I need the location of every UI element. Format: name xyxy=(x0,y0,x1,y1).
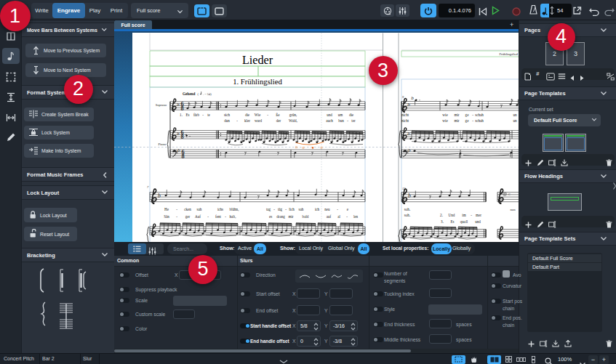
svg-text:mir: mir xyxy=(454,118,459,122)
svg-text:. = 54): . = 54) xyxy=(203,92,212,95)
svg-text:8: 8 xyxy=(180,105,183,111)
svg-text:9: 9 xyxy=(402,95,404,99)
svg-text:Wald,: Wald, xyxy=(289,118,297,122)
svg-text:un: un xyxy=(513,118,517,122)
svg-text:-: - xyxy=(225,214,226,218)
svg-text:len: len xyxy=(353,214,359,218)
svg-text:ger: ger xyxy=(185,214,191,218)
svg-text:nicht: nicht xyxy=(401,112,409,116)
svg-text:auf: auf xyxy=(327,214,332,218)
svg-text:Soprano: Soprano xyxy=(156,102,167,106)
svg-text:b: b xyxy=(407,102,410,108)
svg-text:soh.: soh. xyxy=(404,207,410,211)
svg-text:ge: ge xyxy=(465,118,470,122)
svg-text:quoll: quoll xyxy=(460,219,468,224)
svg-text:bald: bald xyxy=(303,214,309,218)
svg-text:nicht: nicht xyxy=(401,118,409,122)
svg-text:C: C xyxy=(508,193,511,196)
svg-text:-: - xyxy=(337,206,338,211)
svg-text:Es: Es xyxy=(450,219,454,224)
svg-text:wie: wie xyxy=(442,118,448,122)
svg-text:Wie: Wie xyxy=(255,112,261,116)
svg-text:-: - xyxy=(471,212,472,217)
svg-text:cken: cken xyxy=(184,206,191,211)
svg-text:-: - xyxy=(472,112,473,116)
svg-text:-: - xyxy=(347,118,348,122)
svg-text:Piano: Piano xyxy=(159,142,167,146)
svg-text:b: b xyxy=(408,147,411,153)
svg-text:-: - xyxy=(267,112,268,116)
svg-text:1. Frühlingslied: 1. Frühlingslied xyxy=(233,77,282,86)
svg-text:7: 7 xyxy=(147,185,149,189)
svg-text:im: im xyxy=(462,212,465,217)
svg-text:1.: 1. xyxy=(180,112,183,116)
svg-text:um: um xyxy=(338,112,343,116)
svg-text:-: - xyxy=(273,206,275,211)
svg-text:kler: kler xyxy=(244,118,250,122)
svg-text:ward: ward xyxy=(255,118,263,122)
svg-text:(: ( xyxy=(198,92,199,95)
svg-text:-: - xyxy=(202,112,204,116)
svg-text:Gehend: Gehend xyxy=(183,91,195,95)
svg-text:-: - xyxy=(207,214,209,218)
svg-text:sah: sah xyxy=(197,206,202,211)
svg-text:wie: wie xyxy=(442,112,448,116)
svg-text:sich: sich xyxy=(224,112,231,116)
svg-text:3.: 3. xyxy=(441,219,444,224)
svg-text:sah: sah xyxy=(299,206,304,211)
svg-text:ter: ter xyxy=(351,118,356,122)
svg-text:-: - xyxy=(472,118,473,122)
svg-text:die: die xyxy=(349,112,354,116)
svg-text:-: - xyxy=(236,118,238,122)
svg-text:schah: schah xyxy=(475,118,484,122)
svg-text:ge: ge xyxy=(465,112,470,116)
svg-text:b: b xyxy=(411,94,414,100)
svg-text:ße: ße xyxy=(276,112,281,116)
svg-text:drang: drang xyxy=(276,214,285,218)
svg-text:ichs: ichs xyxy=(217,206,223,211)
svg-text:halt,: halt, xyxy=(230,214,236,218)
svg-text:un: un xyxy=(513,112,517,116)
svg-text:-: - xyxy=(346,214,348,218)
svg-text:-: - xyxy=(285,206,287,211)
svg-text:es: es xyxy=(269,214,272,218)
svg-text:bun: bun xyxy=(338,118,344,122)
svg-text:der: der xyxy=(276,118,281,122)
svg-text:grün,: grün, xyxy=(289,112,297,116)
svg-text:blühn,: blühn, xyxy=(230,206,239,211)
svg-text:Lieder: Lieder xyxy=(242,54,273,67)
svg-text:Es: Es xyxy=(185,112,189,116)
svg-text:He: He xyxy=(164,206,169,211)
svg-text:dun: dun xyxy=(224,118,230,122)
svg-text:8: 8 xyxy=(180,134,183,140)
svg-text:-: - xyxy=(176,206,177,211)
svg-text:b: b xyxy=(407,130,410,135)
svg-text:lich: lich xyxy=(289,206,295,211)
svg-text:b: b xyxy=(177,147,180,153)
svg-text:schah: schah xyxy=(475,112,484,116)
svg-text:te: te xyxy=(207,112,210,116)
svg-text:mir: mir xyxy=(288,214,293,218)
svg-text:tag: tag xyxy=(266,206,271,211)
svg-text:Frühlingslied: Frühlingslied xyxy=(499,52,518,55)
svg-text:b: b xyxy=(408,192,411,198)
svg-text:2.: 2. xyxy=(440,212,443,217)
svg-text:8: 8 xyxy=(181,153,184,159)
svg-text:ich: ich xyxy=(315,206,320,211)
svg-text:nun: nun xyxy=(510,208,516,211)
svg-text:mir: mir xyxy=(454,112,459,116)
svg-text:b: b xyxy=(158,192,161,198)
svg-text:b: b xyxy=(177,102,180,107)
svg-text:Sän: Sän xyxy=(164,214,169,218)
svg-text:färb: färb xyxy=(193,112,200,116)
svg-text:b: b xyxy=(177,130,180,135)
svg-text:und: und xyxy=(475,219,481,224)
svg-text:-: - xyxy=(176,214,177,218)
svg-text:e: e xyxy=(347,206,349,211)
svg-text:neu: neu xyxy=(324,206,330,211)
svg-text:Auf: Auf xyxy=(195,214,201,218)
svg-text:auch: auch xyxy=(326,118,333,122)
svg-text:Und: Und xyxy=(449,212,455,217)
svg-text:fent: fent xyxy=(215,214,222,218)
svg-text:täg: täg xyxy=(278,206,283,211)
